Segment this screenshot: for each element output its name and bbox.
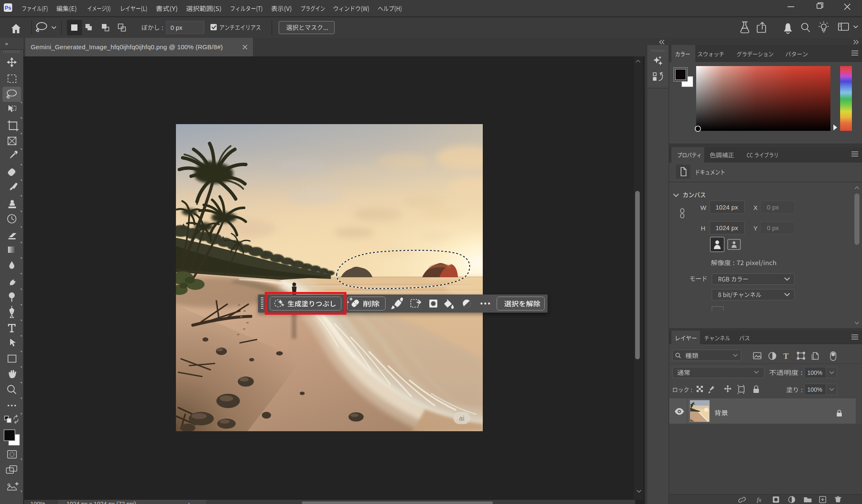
- svg-text:0 px: 0 px: [170, 24, 183, 31]
- svg-text:fx: fx: [757, 496, 761, 503]
- svg-text:»: »: [5, 40, 8, 47]
- svg-text:Ps: Ps: [5, 5, 11, 11]
- svg-text:ai: ai: [459, 415, 464, 422]
- svg-text:T: T: [783, 352, 789, 361]
